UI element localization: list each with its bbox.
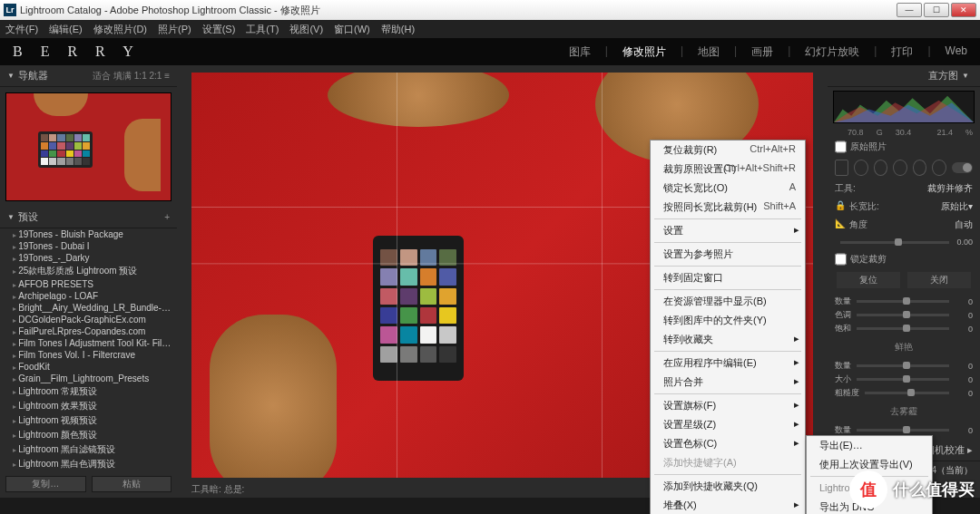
menu-item[interactable]: 转到固定窗口 bbox=[651, 268, 805, 287]
menu-item[interactable]: 按照同长宽比裁剪(H)Shift+A bbox=[651, 198, 805, 217]
menu-item[interactable]: 设置星级(Z)▸ bbox=[651, 415, 805, 434]
menu-item[interactable]: 在应用程序中编辑(E)▸ bbox=[651, 354, 805, 373]
navigator-preview[interactable] bbox=[5, 92, 172, 201]
preset-folder[interactable]: Archipelago - LOAF bbox=[0, 290, 177, 302]
preset-folder[interactable]: Lightroom 黑白色调预设 bbox=[0, 457, 177, 470]
tool-strip[interactable] bbox=[828, 156, 980, 179]
module-tab[interactable]: 地图 bbox=[698, 44, 720, 60]
menu-item[interactable]: 转到图库中的文件夹(Y) bbox=[651, 311, 805, 330]
menu-item[interactable]: 文件(F) bbox=[5, 23, 38, 36]
preset-folder[interactable]: 25款电影质感 Lightroom 预设 bbox=[0, 264, 177, 278]
slider[interactable] bbox=[865, 392, 949, 394]
module-tab[interactable]: 图库 bbox=[569, 44, 591, 60]
menu-item[interactable]: 添加到快捷收藏夹(Q) bbox=[651, 477, 805, 496]
menu-item[interactable]: 锁定长宽比(O)A bbox=[651, 179, 805, 198]
plus-icon[interactable]: + bbox=[164, 212, 170, 222]
module-tab[interactable]: 修改照片 bbox=[622, 44, 666, 60]
preset-folder[interactable]: Grain__Film_Lightroom_Presets bbox=[0, 373, 177, 384]
module-tab[interactable]: 画册 bbox=[751, 44, 773, 60]
brush-tool-icon[interactable] bbox=[932, 160, 946, 176]
menu-item[interactable]: 转到收藏夹▸ bbox=[651, 330, 805, 349]
menu-item[interactable]: 堆叠(X)▸ bbox=[651, 496, 805, 514]
minimize-button[interactable]: — bbox=[897, 3, 922, 17]
menu-item[interactable]: 视图(V) bbox=[289, 23, 323, 36]
navigator-header[interactable]: ▼ 导航器 适合 填满 1:1 2:1 ≡ bbox=[0, 65, 177, 87]
close-tool-button[interactable]: 关闭 bbox=[907, 272, 971, 288]
preset-folder[interactable]: 19Tones_-_Darky bbox=[0, 252, 177, 264]
crop-tool-icon[interactable] bbox=[835, 160, 848, 176]
paste-button[interactable]: 粘贴 bbox=[92, 476, 172, 492]
preset-folder[interactable]: Lightroom 常规预设 bbox=[0, 384, 177, 399]
histogram[interactable] bbox=[833, 91, 975, 123]
menu-item[interactable]: 编辑(E) bbox=[49, 23, 83, 36]
preset-folder[interactable]: FoodKit bbox=[0, 361, 177, 373]
chevron-down-icon: ▼ bbox=[7, 213, 15, 221]
menu-item[interactable]: 复位裁剪(R)Ctrl+Alt+R bbox=[651, 141, 805, 160]
module-tab[interactable]: Web bbox=[946, 44, 967, 60]
presets-header[interactable]: ▼ 预设 + bbox=[0, 207, 177, 228]
chevron-down-icon: ▼ bbox=[962, 72, 969, 80]
preset-folder[interactable]: Lightroom 视频预设 bbox=[0, 413, 177, 428]
preset-folder[interactable]: Lightroom 黑白滤镜预设 bbox=[0, 442, 177, 457]
menu-item[interactable]: 设置▸ bbox=[651, 221, 805, 240]
slider[interactable] bbox=[857, 314, 949, 316]
menu-item[interactable]: 照片合并▸ bbox=[651, 373, 805, 392]
angle-slider[interactable] bbox=[840, 241, 949, 244]
copy-button[interactable]: 复制… bbox=[5, 476, 86, 492]
menu-item[interactable]: 设置为参考照片 bbox=[651, 245, 805, 264]
menu-item[interactable]: 设置(S) bbox=[202, 23, 236, 36]
histogram-title: 直方图 bbox=[928, 69, 958, 82]
menu-item[interactable]: 设置色标(C)▸ bbox=[651, 434, 805, 453]
preset-folder[interactable]: AFFOB PRESETS bbox=[0, 278, 177, 290]
module-tab[interactable]: 打印 bbox=[891, 44, 913, 60]
context-menu[interactable]: 复位裁剪(R)Ctrl+Alt+R裁剪原照设置(T)Ctrl+Alt+Shift… bbox=[650, 140, 806, 514]
redeye-tool-icon[interactable] bbox=[874, 160, 887, 176]
auto-angle[interactable]: 自动 bbox=[955, 218, 973, 231]
aspect-dropdown[interactable]: 原始比▾ bbox=[941, 200, 973, 213]
module-tab[interactable]: 幻灯片放映 bbox=[805, 44, 859, 60]
histogram-readout: 70.8G30.421.4% bbox=[828, 127, 980, 138]
menu-item[interactable]: 工具(T) bbox=[246, 23, 279, 36]
original-checkbox[interactable] bbox=[835, 141, 847, 153]
maximize-button[interactable]: ☐ bbox=[924, 3, 949, 17]
window-title: Lightroom Catalog - Adobe Photoshop Ligh… bbox=[20, 4, 320, 17]
gradient-tool-icon[interactable] bbox=[893, 160, 906, 176]
lock-crop-checkbox[interactable] bbox=[835, 253, 847, 266]
preset-folder[interactable]: DCGoldenPack-GraphicEx.com bbox=[0, 314, 177, 325]
slider[interactable] bbox=[857, 378, 949, 381]
presets-list: 19Tones - Bluish Package19Tones - Dubai … bbox=[0, 228, 177, 470]
menu-item[interactable]: 在资源管理器中显示(B) bbox=[651, 292, 805, 311]
reset-button[interactable]: 复位 bbox=[837, 272, 900, 288]
preset-folder[interactable]: 19Tones - Dubai I bbox=[0, 240, 177, 252]
preset-folder[interactable]: Lightroom 效果预设 bbox=[0, 399, 177, 413]
tool-switch[interactable] bbox=[952, 162, 973, 173]
preset-folder[interactable]: 19Tones - Bluish Package bbox=[0, 228, 177, 240]
menu-item[interactable]: 裁剪原照设置(T)Ctrl+Alt+Shift+R bbox=[651, 160, 805, 179]
close-button[interactable]: ✕ bbox=[951, 3, 976, 17]
menu-item[interactable]: 窗口(W) bbox=[334, 23, 370, 36]
preset-folder[interactable]: Film Tones Vol. I - Filtercrave bbox=[0, 349, 177, 361]
menu-item[interactable]: 帮助(H) bbox=[381, 23, 415, 36]
preset-folder[interactable]: FailPureLRpres-Copandes.com bbox=[0, 325, 177, 337]
preset-folder[interactable]: Film Tones I Adjustment Tool Kit- Filter… bbox=[0, 337, 177, 349]
slider[interactable] bbox=[857, 300, 949, 303]
watermark-icon: 值 bbox=[849, 470, 887, 509]
loupe-view[interactable]: 工具暗: 总是: 复位裁剪(R)Ctrl+Alt+R裁剪原照设置(T)Ctrl+… bbox=[177, 65, 828, 498]
histogram-header[interactable]: 直方图 ▼ bbox=[828, 65, 980, 87]
slider[interactable] bbox=[857, 429, 949, 432]
presets-title: 预设 bbox=[18, 210, 38, 224]
identity-plate: B E R R Y bbox=[13, 44, 141, 60]
left-panel: ▼ 导航器 适合 填满 1:1 2:1 ≡ ▼ 预设 + 19Tones - B… bbox=[0, 65, 177, 498]
slider[interactable] bbox=[857, 327, 949, 330]
preset-folder[interactable]: Bright__Airy_Wedding_LR_Bundle-Copandes… bbox=[0, 302, 177, 314]
radial-tool-icon[interactable] bbox=[913, 160, 926, 176]
menu-item[interactable]: 修改照片(D) bbox=[93, 23, 147, 36]
menu-item[interactable]: 设置旗标(F)▸ bbox=[651, 396, 805, 415]
slider[interactable] bbox=[857, 364, 949, 367]
menu-item[interactable]: 照片(P) bbox=[158, 23, 191, 36]
spot-tool-icon[interactable] bbox=[854, 160, 867, 176]
menu-item[interactable]: 导出(E)… bbox=[807, 436, 932, 455]
preset-folder[interactable]: Lightroom 颜色预设 bbox=[0, 428, 177, 442]
navigator-zoom[interactable]: 适合 填满 1:1 2:1 ≡ bbox=[93, 70, 170, 82]
color-checker bbox=[373, 236, 464, 381]
